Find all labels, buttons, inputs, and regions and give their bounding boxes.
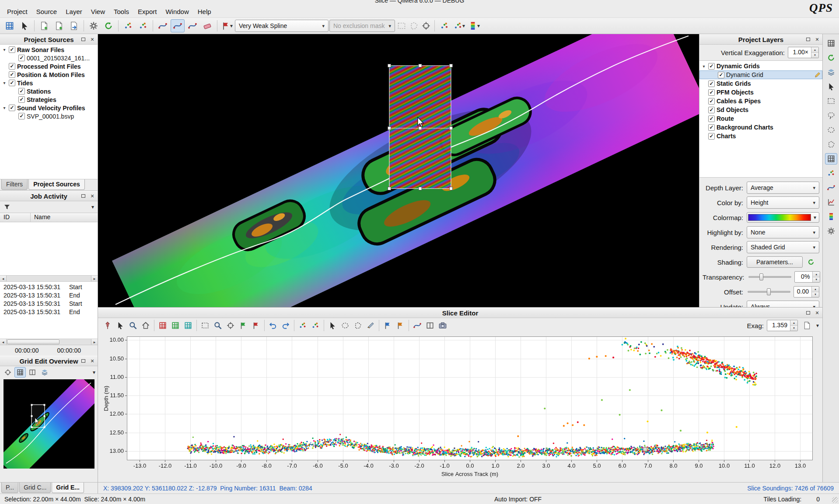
exclusion-mask-combo[interactable]: No exclusion mask ▾ [329,20,395,32]
camera-button[interactable] [437,319,449,332]
tree-item-svp-file[interactable]: ✓ SVP_00001.bsvp [0,112,98,120]
flag-accept-button[interactable] [237,319,249,332]
grid-edit-overview-header[interactable]: Grid Edit Overview × [0,356,98,366]
add-points-button[interactable] [309,319,322,332]
colormap-menu-button[interactable]: ▾ [467,19,481,32]
checkbox[interactable]: ✓ [9,71,15,78]
ellipse-select-icon[interactable] [825,124,837,136]
spline-filter-medium-button[interactable] [171,19,185,32]
overview-selection-rectangle[interactable] [31,404,45,428]
lasso-select-icon[interactable] [825,110,837,121]
pick-area-button[interactable] [339,319,351,332]
tree-item-processed-point-files[interactable]: ✓ Processed Point Files [0,62,98,70]
grid-teal-button[interactable] [182,319,194,332]
chevron-down-icon[interactable]: ▾ [91,204,94,210]
point-display-menu-button[interactable]: ▾ [452,19,466,32]
menu-layer[interactable]: Layer [61,7,87,17]
mask-rect-button[interactable] [396,19,407,32]
rect-select-button[interactable] [199,319,211,332]
rendering-select[interactable]: Shaded Grid ▾ [747,241,819,253]
column-header-name[interactable]: Name [31,213,98,222]
pick-poly-button[interactable] [352,319,364,332]
rect-select-icon[interactable] [825,95,837,107]
project-grid-button[interactable] [3,19,17,32]
gear-settings-button[interactable] [87,19,101,32]
tree-item-raw-file[interactable]: ✓ 0001_20150324_161... [0,54,98,62]
tree-item-background-charts[interactable]: ✓ Background Charts [699,123,822,132]
grid-edit-overview-thumbnail[interactable] [3,379,94,469]
exag-spinbox[interactable]: 1.359 ▴▾ [767,320,798,331]
mask-apply-button[interactable] [420,19,432,32]
colormap-tool-icon[interactable] [825,211,837,222]
spin-down-icon[interactable]: ▾ [813,277,820,283]
spline-filter-strong-button[interactable] [185,19,199,32]
refresh-view-icon[interactable] [825,52,837,63]
scroll-right-icon[interactable]: ▸ [91,339,98,345]
float-panel-button[interactable] [80,357,87,364]
checkbox[interactable]: ✓ [718,72,724,78]
close-panel-button[interactable]: × [814,309,821,316]
vertical-exaggeration-spinbox[interactable]: 1.00× ▴▾ [788,47,819,58]
menu-tools[interactable]: Tools [109,7,133,17]
crosshair-button[interactable] [224,319,237,332]
job-activity-log[interactable]: 2025-03-13 15:50:31 Start 2025-03-13 15:… [0,282,98,339]
checkbox[interactable]: ✓ [9,80,15,86]
horizontal-scrollbar[interactable]: ◂ ▸ [0,275,98,282]
report-button[interactable] [801,319,813,332]
grid-view-icon[interactable] [825,38,837,49]
float-panel-button[interactable] [80,192,87,200]
column-header-id[interactable]: ID [0,213,31,222]
expander-icon[interactable]: ▾ [2,105,7,110]
slice-menu-chevron[interactable]: ▾ [816,322,819,329]
menu-source[interactable]: Source [32,7,62,17]
grid-edit-icon[interactable] [825,153,837,164]
layers-icon[interactable] [825,66,837,78]
grid-green-button[interactable] [169,319,182,332]
add-point-button[interactable] [297,319,309,332]
checkbox[interactable]: ✓ [9,105,15,111]
flag-menu-button[interactable]: ▾ [220,19,234,32]
scroll-right-icon[interactable]: ▸ [91,276,98,281]
close-panel-button[interactable]: × [814,36,821,43]
menu-window[interactable]: Window [161,7,193,17]
tree-item-position-motion-files[interactable]: ✓ Position & Motion Files [0,70,98,79]
slice-scatter-plot[interactable] [101,334,820,480]
tree-item-stations[interactable]: ✓ Stations [0,87,98,95]
checkbox[interactable]: ✓ [18,55,25,61]
tab-filters[interactable]: Filters [1,179,28,190]
spline-strength-combo[interactable]: Very Weak Spline ▾ [235,20,329,32]
cursor-select-icon[interactable] [825,81,837,92]
settings-tool-icon[interactable] [825,225,837,237]
checkbox[interactable]: ✓ [18,88,25,94]
horizontal-scrollbar[interactable]: ◂ ▸ [0,339,98,345]
checkbox[interactable]: ✓ [708,80,715,87]
tree-item-sound-velocity-profiles[interactable]: ▾ ✓ Sound Velocity Profiles [0,104,98,112]
tree-item-charts[interactable]: ✓ Charts [699,132,822,140]
close-panel-button[interactable]: × [89,192,96,200]
checkbox[interactable]: ✓ [708,133,715,140]
scroll-left-icon[interactable]: ◂ [0,276,7,281]
selection-rectangle[interactable] [388,64,453,190]
project-sources-header[interactable]: Project Sources × [0,34,98,45]
shading-parameters-button[interactable]: Parameters... [747,256,803,268]
offset-spinbox[interactable]: 0.00 ▴▾ [794,286,819,298]
tree-item-dynamic-grid[interactable]: ✓ Dynamic Grid [699,70,822,79]
process-points-button[interactable] [121,19,135,32]
spin-up-icon[interactable]: ▴ [811,47,818,53]
job-activity-header[interactable]: Job Activity × [0,191,98,201]
checkbox[interactable]: ✓ [708,116,715,122]
slice-editor-header[interactable]: Slice Editor × [98,308,822,318]
tree-item-sd-objects[interactable]: ✓ Sd Objects [699,105,822,114]
tree-item-pfm-objects[interactable]: ✓ PFM Objects [699,88,822,97]
undo-button[interactable] [267,319,279,332]
tree-item-raw-sonar-files[interactable]: ▾ ✓ Raw Sonar Files [0,46,98,54]
edit-pencil-icon[interactable] [815,72,821,78]
offset-slider[interactable] [747,287,791,296]
pick-point-button[interactable] [326,319,339,332]
tree-item-strategies[interactable]: ✓ Strategies [0,95,98,104]
tab-project-sources[interactable]: Project Sources [28,179,85,190]
log-row[interactable]: 2025-03-13 15:50:31 Start [0,299,98,308]
refresh-button[interactable] [101,19,115,32]
redo-button[interactable] [280,319,292,332]
filter-funnel-icon[interactable] [3,203,10,210]
